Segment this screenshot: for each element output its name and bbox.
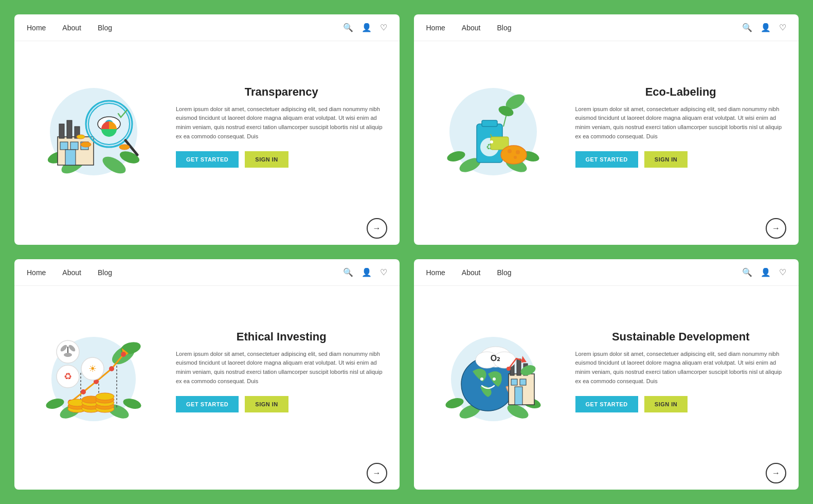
content-ethical: Ethical Investing Lorem ipsum dolor sit …: [171, 296, 387, 446]
search-icon[interactable]: 🔍: [742, 267, 752, 277]
content-sustainable: Sustainable Development Lorem ipsum dolo…: [570, 296, 787, 446]
svg-point-99: [507, 367, 511, 371]
svg-rect-6: [60, 142, 68, 150]
svg-point-20: [119, 145, 130, 150]
nav-links: Home About Blog: [426, 24, 512, 32]
text-ethical: Lorem ipsum dolor sit amet, consectetuer…: [176, 350, 387, 386]
svg-point-56: [121, 352, 126, 357]
card-body-sustainable: O₂ Sustainable Development Lorem ipsum d…: [414, 286, 799, 457]
nav-links: Home About Blog: [27, 24, 112, 32]
heart-icon[interactable]: ♡: [779, 267, 786, 277]
svg-point-39: [514, 156, 517, 159]
card-transparency: Home About Blog 🔍 👤 ♡: [14, 14, 400, 245]
svg-rect-91: [517, 359, 521, 375]
svg-rect-11: [67, 120, 72, 138]
search-icon[interactable]: 🔍: [343, 23, 353, 32]
svg-rect-10: [59, 124, 64, 138]
search-icon[interactable]: 🔍: [343, 267, 353, 277]
nav-home[interactable]: Home: [426, 268, 445, 277]
arrow-button[interactable]: →: [766, 463, 786, 483]
svg-rect-28: [482, 120, 497, 127]
user-icon[interactable]: 👤: [362, 267, 372, 277]
svg-rect-88: [520, 379, 526, 385]
sign-in-button[interactable]: SIGN IN: [644, 396, 688, 412]
nav-blog[interactable]: Blog: [98, 268, 112, 277]
illustration-ethical: ♻ ☀: [27, 296, 160, 446]
get-started-button[interactable]: GET STARTED: [575, 151, 638, 168]
nav-home[interactable]: Home: [27, 24, 46, 32]
svg-point-84: [480, 377, 483, 381]
nav-blog[interactable]: Blog: [497, 24, 511, 32]
arrow-button[interactable]: →: [367, 463, 387, 483]
card-body-ethical: ♻ ☀ Ethical Investing Lorem ipsum dolor …: [14, 286, 400, 457]
text-transparency: Lorem ipsum dolor sit amet, consectetuer…: [176, 105, 387, 141]
buttons-eco: GET STARTED SIGN IN: [575, 151, 787, 168]
text-eco: Lorem ipsum dolor sit amet, consectetuer…: [575, 105, 787, 141]
nav-icons: 🔍 👤 ♡: [742, 23, 786, 32]
svg-text:O₂: O₂: [490, 354, 500, 363]
card-eco-labeling: Home About Blog 🔍 👤 ♡: [414, 14, 799, 245]
buttons-ethical: GET STARTED SIGN IN: [176, 396, 387, 412]
card-sustainable: Home About Blog 🔍 👤 ♡: [414, 259, 799, 490]
title-ethical: Ethical Investing: [176, 330, 387, 344]
svg-point-38: [508, 149, 512, 153]
illustration-sustainable: O₂: [426, 296, 560, 446]
heart-icon[interactable]: ♡: [779, 23, 786, 32]
footer-ethical: →: [14, 457, 400, 490]
heart-icon[interactable]: ♡: [380, 23, 387, 32]
footer-sustainable: →: [414, 457, 799, 490]
arrow-button[interactable]: →: [367, 218, 387, 239]
svg-rect-9: [65, 150, 76, 165]
illustration-transparency: [27, 51, 160, 202]
text-sustainable: Lorem ipsum dolor sit amet, consectetuer…: [575, 350, 787, 386]
svg-point-40: [516, 150, 520, 154]
get-started-button[interactable]: GET STARTED: [575, 396, 638, 412]
illustration-eco: ♻: [426, 51, 560, 202]
nav-icons: 🔍 👤 ♡: [742, 267, 786, 277]
card-ethical-investing: Home About Blog 🔍 👤 ♡: [14, 259, 400, 490]
nav-ethical: Home About Blog 🔍 👤 ♡: [14, 259, 400, 286]
sign-in-button[interactable]: SIGN IN: [245, 151, 288, 168]
svg-point-19: [81, 142, 91, 147]
sign-in-button[interactable]: SIGN IN: [245, 396, 288, 412]
svg-text:♻: ♻: [64, 371, 72, 382]
buttons-transparency: GET STARTED SIGN IN: [176, 151, 387, 168]
nav-sustainable: Home About Blog 🔍 👤 ♡: [414, 259, 799, 286]
svg-point-85: [493, 377, 496, 381]
card-body-eco: ♻ Eco-Labeling Lorem ipsum dolor sit ame…: [414, 41, 799, 212]
nav-about[interactable]: About: [462, 268, 481, 277]
search-icon[interactable]: 🔍: [742, 23, 752, 32]
heart-icon[interactable]: ♡: [380, 267, 387, 277]
nav-about[interactable]: About: [462, 24, 481, 32]
svg-text:☀: ☀: [88, 364, 97, 374]
get-started-button[interactable]: GET STARTED: [176, 151, 239, 168]
title-transparency: Transparency: [176, 85, 387, 99]
get-started-button[interactable]: GET STARTED: [176, 396, 239, 412]
user-icon[interactable]: 👤: [362, 23, 372, 32]
svg-point-68: [96, 393, 114, 400]
svg-point-77: [64, 353, 72, 357]
nav-about[interactable]: About: [62, 24, 81, 32]
svg-rect-89: [515, 387, 522, 405]
nav-blog[interactable]: Blog: [497, 268, 511, 277]
svg-point-37: [501, 146, 527, 164]
sign-in-button[interactable]: SIGN IN: [644, 151, 688, 168]
nav-icons: 🔍 👤 ♡: [343, 23, 387, 32]
nav-home[interactable]: Home: [27, 268, 46, 277]
nav-icons: 🔍 👤 ♡: [343, 267, 387, 277]
svg-point-53: [81, 389, 86, 394]
nav-about[interactable]: About: [62, 268, 81, 277]
user-icon[interactable]: 👤: [761, 267, 771, 277]
nav-links: Home About Blog: [426, 268, 512, 277]
user-icon[interactable]: 👤: [761, 23, 771, 32]
footer-eco: →: [414, 212, 799, 245]
buttons-sustainable: GET STARTED SIGN IN: [575, 396, 787, 412]
arrow-button[interactable]: →: [766, 218, 786, 239]
content-transparency: Transparency Lorem ipsum dolor sit amet,…: [171, 51, 387, 202]
nav-home[interactable]: Home: [426, 24, 445, 32]
svg-point-35: [490, 140, 493, 143]
nav-blog[interactable]: Blog: [98, 24, 112, 32]
svg-rect-7: [70, 142, 78, 150]
svg-rect-87: [511, 379, 517, 385]
title-eco: Eco-Labeling: [575, 85, 787, 99]
